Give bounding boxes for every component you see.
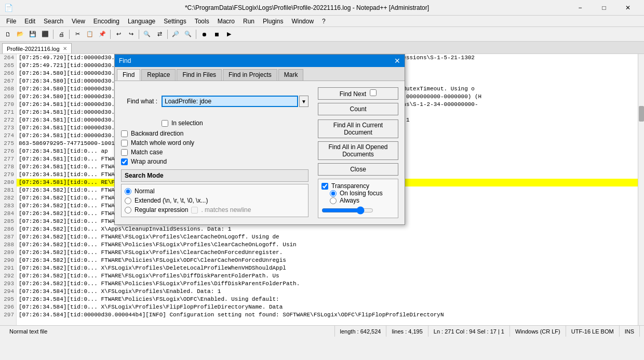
line-number-297: 297 [0, 311, 16, 319]
line-number-264: 264 [0, 54, 16, 62]
always-radio[interactable] [330, 197, 337, 204]
tb-sep1 [53, 30, 53, 39]
tb-zoom-in[interactable]: 🔎 [170, 29, 181, 40]
search-mode-title: Search Mode [121, 169, 308, 182]
regex-mode-radio[interactable] [125, 207, 131, 214]
tb-replace[interactable]: ⇄ [154, 29, 165, 40]
vertical-scrollbar[interactable] [638, 54, 644, 325]
on-losing-focus-label: On losing focus [340, 190, 383, 197]
menu-item-encoding[interactable]: Encoding [89, 17, 124, 26]
toolbar: 🗋 📂 💾 ⬛ 🖨 ✂ 📋 📌 ↩ ↪ 🔍 ⇄ 🔎 🔍 ⏺ ⏹ ▶ [0, 27, 644, 42]
menu-item-plugins[interactable]: Plugins [259, 17, 287, 26]
find-what-dropdown[interactable]: ▼ [299, 96, 308, 107]
find-main-area: In selection Backward direction Match wh… [121, 119, 398, 218]
menu-item-file[interactable]: File [2, 17, 20, 26]
editor-line-294: [07:26:34.584][tid:0... X\FSLogix\Profil… [17, 288, 638, 296]
find-tab-find-in-files[interactable]: Find in Files [177, 69, 222, 81]
close-button[interactable]: ✕ [616, 0, 640, 16]
transparency-slider[interactable] [321, 206, 373, 215]
regex-mode-label: Regular expression [135, 206, 188, 214]
find-all-opened-button[interactable]: Find All in All OpenedDocuments [318, 141, 398, 160]
wrap-around-checkbox[interactable] [121, 158, 128, 165]
minimize-button[interactable]: − [568, 0, 592, 16]
find-dialog-close-button[interactable]: ✕ [394, 57, 400, 65]
in-selection-checkbox[interactable] [162, 120, 168, 127]
menu-item-edit[interactable]: Edit [20, 17, 39, 26]
find-tab-find[interactable]: Find [117, 69, 140, 81]
menu-item-settings[interactable]: Settings [159, 17, 190, 26]
line-number-278: 278 [0, 163, 16, 171]
line-number-281: 281 [0, 186, 16, 194]
tb-open[interactable]: 📂 [15, 29, 26, 40]
normal-mode-radio[interactable] [125, 188, 131, 195]
count-button[interactable]: Count [318, 103, 398, 115]
tab-profile-log[interactable]: Profile-20221116.log ✕ [2, 43, 72, 54]
matches-newline-checkbox [191, 207, 198, 214]
menu-item-run[interactable]: Run [239, 17, 259, 26]
find-next-checkbox[interactable] [370, 89, 377, 96]
tb-sep4 [139, 30, 139, 39]
tb-macro-rec[interactable]: ⏺ [198, 29, 210, 40]
match-case-checkbox[interactable] [121, 149, 128, 156]
match-whole-word-checkbox[interactable] [121, 140, 128, 146]
menu-item-tools[interactable]: Tools [191, 17, 213, 26]
line-number-268: 268 [0, 85, 16, 93]
transparency-checkbox-row: Transparency [321, 182, 395, 190]
tb-cut[interactable]: ✂ [72, 29, 83, 40]
menu-item-?[interactable]: ? [318, 17, 330, 26]
close-button-find[interactable]: Close [318, 163, 398, 176]
line-number-279: 279 [0, 171, 16, 179]
tb-redo[interactable]: ↪ [125, 29, 137, 40]
status-lines: lines : 4,195 [386, 326, 428, 337]
status-ins: INS [620, 326, 640, 337]
tb-macro-stop[interactable]: ⏹ [211, 29, 222, 40]
find-all-in-current-button[interactable]: Find All in CurrentDocument [318, 119, 398, 138]
match-whole-word-option: Match whole word only [121, 139, 308, 146]
menu-item-search[interactable]: Search [39, 17, 68, 26]
tb-paste[interactable]: 📌 [97, 29, 108, 40]
tb-new[interactable]: 🗋 [2, 29, 14, 40]
transparency-checkbox[interactable] [321, 183, 328, 190]
in-selection-label: In selection [171, 119, 203, 127]
menu-item-view[interactable]: View [68, 17, 89, 26]
status-position: Ln : 271 Col : 94 Sel : 17 | 1 [428, 326, 510, 337]
on-losing-focus-radio[interactable] [330, 190, 337, 197]
tb-zoom-out[interactable]: 🔍 [182, 29, 194, 40]
line-number-267: 267 [0, 77, 16, 85]
tab-close-icon[interactable]: ✕ [63, 46, 67, 51]
find-next-button[interactable]: Find Next [318, 87, 398, 100]
extended-mode-radio[interactable] [125, 197, 131, 204]
line-number-282: 282 [0, 194, 16, 202]
tb-print[interactable]: 🖨 [56, 29, 67, 40]
editor-line-293: [07:26:34.582][tid:0... FTWARE\Policies\… [17, 280, 638, 288]
find-right-buttons: Find All in CurrentDocument Find All in … [318, 119, 398, 218]
menu-item-window[interactable]: Window [287, 17, 318, 26]
find-tab-find-in-projects[interactable]: Find in Projects [223, 69, 277, 81]
menu-item-language[interactable]: Language [124, 17, 159, 26]
find-tab-replace[interactable]: Replace [141, 69, 176, 81]
line-number-290: 290 [0, 257, 16, 264]
tb-undo[interactable]: ↩ [113, 29, 124, 40]
backward-direction-checkbox[interactable] [121, 130, 128, 137]
editor-line-287: [07:26:34.582][tid:0... FTWARE\FSLogix\P… [17, 233, 638, 241]
find-what-input[interactable] [162, 96, 298, 107]
editor-line-291: [07:26:34.582][tid:0... X\FSLogix\Profil… [17, 264, 638, 272]
tb-saveall[interactable]: ⬛ [39, 29, 51, 40]
editor-line-295: [07:26:34.584][tid:0... FTWARE\Policies\… [17, 296, 638, 303]
find-tab-mark[interactable]: Mark [278, 69, 304, 81]
line-number-274: 274 [0, 132, 16, 140]
find-input-wrap: ▼ [162, 96, 308, 107]
title-bar: 📄 *C:\ProgramData\FSLogix\Logs\Profile\P… [0, 0, 644, 16]
window-controls: − □ ✕ [568, 0, 640, 16]
normal-mode-label: Normal [135, 188, 155, 195]
tb-copy[interactable]: 📋 [84, 29, 96, 40]
line-number-292: 292 [0, 272, 16, 280]
match-case-option: Match case [121, 149, 308, 156]
menu-item-macro[interactable]: Macro [213, 17, 239, 26]
tb-find[interactable]: 🔍 [141, 29, 153, 40]
maximize-button[interactable]: □ [592, 0, 616, 16]
line-number-280: 280 [0, 179, 16, 186]
normal-mode-option: Normal [125, 188, 305, 195]
tb-macro-play[interactable]: ▶ [223, 29, 235, 40]
tb-save[interactable]: 💾 [27, 29, 38, 40]
